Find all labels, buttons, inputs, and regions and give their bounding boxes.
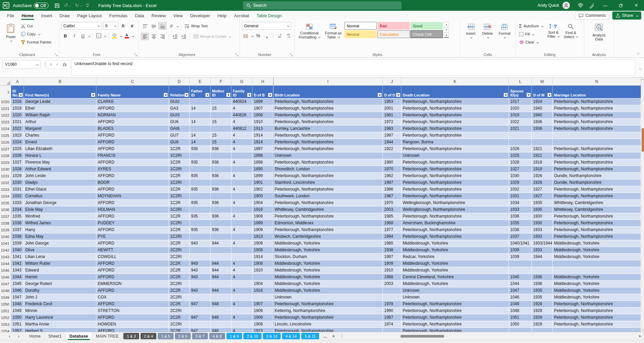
cell-K1027[interactable]: Peterborough, Northamptonshire	[401, 146, 509, 152]
comments-button[interactable]: Comments	[575, 11, 609, 20]
cell-G1032[interactable]	[232, 179, 252, 186]
cell-H1029[interactable]: 1898	[252, 159, 273, 166]
cell-B1023[interactable]: Arthur	[24, 119, 96, 125]
formula-input[interactable]: Unknown/Unable to find record	[71, 59, 635, 76]
minimize-button[interactable]: —	[597, 0, 613, 11]
cell-B1048[interactable]: Dorothy	[24, 287, 96, 294]
cell-A1039[interactable]: 1037	[11, 227, 24, 233]
cell-J1023[interactable]: 1972	[383, 119, 401, 125]
cell-C1054[interactable]: AFFORD	[96, 328, 169, 332]
cell-G1045[interactable]: 4	[232, 267, 252, 274]
cell-H1049[interactable]	[252, 294, 273, 301]
cell-I1037[interactable]: Peterborough, Northamptonshire	[273, 213, 383, 220]
cell-L1034[interactable]: 1031	[509, 193, 532, 200]
cell-I1047[interactable]: Middlesbrough, Yorkshire	[273, 281, 383, 287]
shrink-font-button[interactable]: Aˇ	[129, 22, 136, 30]
format-as-table-button[interactable]: Format asTable	[322, 22, 344, 40]
row-header-1044[interactable]: 1044	[0, 260, 11, 267]
cell-B1050[interactable]: Frederick Cecil	[24, 301, 96, 308]
cell-G1051[interactable]	[232, 308, 252, 314]
cell-L1039[interactable]: 1038	[509, 227, 532, 233]
cell-I1039[interactable]: Peterborough, Northamptonshire	[273, 227, 383, 233]
cell-M1054[interactable]	[532, 328, 553, 332]
comma-style-button[interactable]: ,	[263, 32, 271, 39]
enter-icon[interactable]: ✓	[56, 62, 59, 67]
next-sheet-icon[interactable]: ›	[18, 333, 20, 339]
grow-font-button[interactable]: Aˆ	[120, 22, 127, 30]
cell-B1052[interactable]: Harry Laurence	[24, 314, 96, 321]
cell-M1025[interactable]	[532, 132, 553, 139]
cell-F1047[interactable]	[211, 281, 232, 287]
row-header-1054[interactable]: 1054	[0, 328, 11, 332]
table-header-birth-location[interactable]: Birth Location	[273, 86, 383, 98]
cell-F1025[interactable]: 15	[211, 132, 232, 139]
cell-H1031[interactable]: 1899	[252, 173, 273, 179]
cell-M1027[interactable]: 1921	[532, 146, 553, 152]
cell-A1040[interactable]: 1038	[11, 233, 24, 240]
cell-B1042[interactable]: Olive	[24, 247, 96, 254]
cell-M1050[interactable]: 1928	[532, 301, 553, 308]
cell-A1045[interactable]: 1043	[11, 267, 24, 274]
cell-B1030[interactable]: Arthur Edward	[24, 166, 96, 173]
cell-E1054[interactable]: 947	[190, 328, 211, 332]
cell-K1025[interactable]: Peterborough, Northamptonshire	[401, 132, 509, 139]
column-header-I[interactable]: I	[273, 78, 383, 85]
cell-B1046[interactable]: Harriet	[24, 274, 96, 281]
cell-C1045[interactable]: AFFORD	[96, 267, 169, 274]
cell-N1047[interactable]: Middlesbrough, Yorkshire	[553, 281, 641, 287]
cell-A1026[interactable]: 1024	[11, 139, 24, 146]
cell-G1028[interactable]	[232, 152, 252, 159]
sheet-tab-sheet1[interactable]: Sheet1	[44, 332, 66, 340]
sheet-tab-home[interactable]: Home	[26, 332, 44, 340]
redo-icon[interactable]: ↻	[75, 2, 82, 8]
cell-G1046[interactable]: 4	[232, 274, 252, 281]
cell-D1035[interactable]: 1C2R	[169, 200, 190, 206]
table-header-relation[interactable]: Relation	[169, 86, 190, 98]
cell-K1031[interactable]: Peterborough, Northamptonshire	[401, 173, 509, 179]
cell-A1051[interactable]: 1049	[11, 308, 24, 314]
cell-L1050[interactable]: 1049	[509, 301, 532, 308]
cell-I1033[interactable]: Peterborough, Northamptonshire	[273, 186, 383, 193]
cell-F1052[interactable]: 948	[211, 314, 232, 321]
increase-decimal-button[interactable]: ←0.00	[275, 32, 283, 39]
cell-D1025[interactable]: GU7	[169, 132, 190, 139]
cell-N1024[interactable]: Peterborough, Northamptonshire	[553, 125, 641, 132]
cell-style-calculation[interactable]: Calculation	[377, 30, 410, 38]
cell-C1053[interactable]: HOWDEN	[96, 321, 169, 328]
cell-C1047[interactable]: EMMERSON	[96, 281, 169, 287]
cell-A1024[interactable]: 1022	[11, 125, 24, 132]
cell-C1039[interactable]: AFFORD	[96, 227, 169, 233]
cell-B1054[interactable]: Herbert S	[24, 328, 96, 332]
cell-I1050[interactable]: Peterborough, Northamptonshire	[273, 301, 383, 308]
cell-M1033[interactable]: 1927	[532, 186, 553, 193]
cell-L1028[interactable]: 1025	[509, 152, 532, 159]
table-header-d-of-b[interactable]: D of B	[252, 86, 273, 98]
cell-H1022[interactable]: 1908	[252, 112, 273, 119]
row-header-1026[interactable]: 1026	[0, 139, 11, 146]
cell-C1033[interactable]: AFFORD	[96, 186, 169, 193]
gallery-down-icon[interactable]: ▼	[444, 27, 449, 32]
cell-G1030[interactable]	[232, 166, 252, 173]
cell-H1023[interactable]: 1910	[252, 119, 273, 125]
cell-C1021[interactable]: AFFORD	[96, 105, 169, 112]
cell-B1039[interactable]: Harry	[24, 227, 96, 233]
cell-M1052[interactable]: 1929	[532, 314, 553, 321]
cell-H1045[interactable]: 1910	[252, 267, 273, 274]
cell-C1027[interactable]: AFFORD	[96, 146, 169, 152]
cell-J1042[interactable]: 1938	[383, 247, 401, 254]
cell-G1021[interactable]: 4	[232, 105, 252, 112]
cell-M1021[interactable]: 1940	[532, 105, 553, 112]
cell-K1040[interactable]: Peterborough, Northamptonshire	[401, 233, 509, 240]
cell-C1042[interactable]: HEWITT	[96, 247, 169, 254]
cell-K1023[interactable]: Peterborough, Northamptonshire	[401, 119, 509, 125]
cell-I1046[interactable]: Middlesbrough, Yorkshire	[273, 274, 383, 281]
cell-J1031[interactable]: 1982	[383, 173, 401, 179]
cell-H1037[interactable]: 1908	[252, 213, 273, 220]
cell-I1028[interactable]: Unknown	[273, 152, 383, 159]
row-header-1040[interactable]: 1040	[0, 233, 11, 240]
cell-J1026[interactable]: 1944	[383, 139, 401, 146]
cell-B1022[interactable]: William Ralph	[24, 112, 96, 119]
sort-filter-button[interactable]: AZ ↓ Sort &Filter	[545, 22, 562, 46]
cell-K1024[interactable]: Peterborough, Northamptonshire	[401, 125, 509, 132]
cell-E1043[interactable]	[190, 254, 211, 260]
